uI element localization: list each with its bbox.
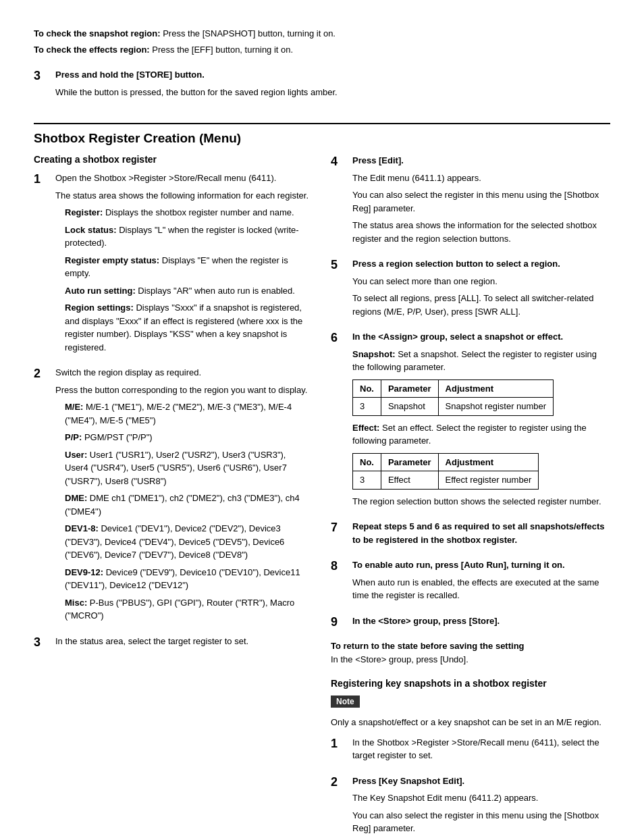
check-snapshot-line: To check the snapshot region: Press the … [34, 27, 610, 41]
subsection2-title: Registering key snapshots in a shotbox r… [331, 678, 610, 689]
table1-header-param: Parameter [381, 379, 438, 398]
table1-row1-adj: Snapshot register number [438, 398, 554, 416]
to-return-text: In the <Store> group, press [Undo]. [331, 653, 610, 666]
step-7-content: Repeat steps 5 and 6 as required to set … [352, 520, 610, 550]
step-4-main: Press [Edit]. [352, 154, 610, 167]
step-4-para3: The status area shows the information fo… [352, 219, 610, 245]
param-table-2: No. Parameter Adjustment 3 Effect Effect… [352, 453, 539, 490]
table2-header-no: No. [353, 453, 381, 471]
step-2-content: Switch the region display as required. P… [55, 366, 311, 627]
step-6: 6 In the <Assign> group, select a snapsh… [331, 330, 610, 512]
step-5-para1: You can select more than one region. [352, 275, 610, 288]
table2-row-1: 3 Effect Effect register number [353, 471, 539, 490]
step-1-items: Register: Displays the shotbox register … [55, 206, 311, 354]
step-8-main: To enable auto run, press [Auto Run], tu… [352, 558, 610, 572]
sub-step-1-content: In the Shotbox >Register >Store/Recall m… [352, 736, 610, 766]
step-3-bottom-num: 3 [34, 635, 49, 652]
step-9: 9 In the <Store> group, press [Store]. [331, 614, 610, 632]
sub-step-2-para2: You can also select the register in this… [352, 809, 610, 835]
note-label: Note [331, 695, 360, 708]
step-3-bottom-main: In the status area, select the target re… [55, 635, 311, 648]
intro-block: To check the snapshot region: Press the … [34, 27, 610, 59]
step-2-item-me: M/E: M/E-1 ("ME1"), M/E-2 ("ME2"), M/E-3… [65, 400, 311, 427]
step-3-top: 3 Press and hold the [STORE] button. Whi… [34, 68, 610, 103]
step-4-para1: The Edit menu (6411.1) appears. [352, 172, 610, 185]
step-2-item-pp: P/P: PGM/PST ("P/P") [65, 431, 311, 444]
step-5-para2: To select all regions, press [ALL]. To s… [352, 292, 610, 318]
sub-step-1: 1 In the Shotbox >Register >Store/Recall… [331, 736, 610, 766]
step-4-para2: You can also select the register in this… [352, 188, 610, 215]
step-6-snapshot-intro: Snapshot: Set a snapshot. Select the reg… [352, 348, 610, 374]
step-1-num: 1 [34, 172, 49, 358]
to-return-block: To return to the state before saving the… [331, 639, 610, 666]
note-box-wrapper: Note [331, 695, 610, 712]
check-snapshot-text: Press the [SNAPSHOT] button, turning it … [163, 28, 336, 38]
main-right: 4 Press [Edit]. The Edit menu (6411.1) a… [331, 154, 610, 840]
step-3-top-content: Press and hold the [STORE] button. While… [55, 68, 610, 103]
table1-row1-param: Snapshot [381, 398, 438, 416]
step-3-bottom-content: In the status area, select the target re… [55, 635, 311, 652]
step-6-content: In the <Assign> group, select a snapshot… [352, 330, 610, 512]
step-8-para1: When auto run is enabled, the effects ar… [352, 576, 610, 602]
sub-step-2-para1: The Key Snapshot Edit menu (6411.2) appe… [352, 791, 610, 805]
step-2-para1: Press the button corresponding to the re… [55, 384, 311, 397]
table2-row1-no: 3 [353, 471, 381, 490]
step-8-num: 8 [331, 558, 346, 606]
sub-step-1-main: In the Shotbox >Register >Store/Recall m… [352, 736, 610, 762]
subsection1-title: Creating a shotbox register [34, 154, 311, 165]
step-2-num: 2 [34, 366, 49, 627]
step-6-effect-text: Set an effect. Select the register to re… [352, 423, 587, 446]
sub-step-2-num: 2 [331, 775, 346, 839]
step-3-top-num: 3 [34, 68, 49, 103]
table2-row1-param: Effect [381, 471, 438, 490]
step-6-effect-label: Effect: [352, 423, 379, 433]
step-1-item-4: Region settings: Displays "Sxxx" if a sn… [65, 301, 311, 354]
step-5: 5 Press a region selection button to sel… [331, 257, 610, 322]
step-4-num: 4 [331, 154, 346, 249]
shotbox-section-title: Shotbox Register Creation (Menu) [34, 131, 610, 146]
step-6-num: 6 [331, 330, 346, 512]
to-return-label: To return to the state before saving the… [331, 639, 610, 653]
step-6-snapshot-label: Snapshot: [352, 349, 396, 359]
step-8: 8 To enable auto run, press [Auto Run], … [331, 558, 610, 606]
check-effects-label: To check the effects region: [34, 45, 150, 55]
note-text: Only a snapshot/effect or a key snapshot… [331, 716, 610, 729]
subsection2-block: Registering key snapshots in a shotbox r… [331, 678, 610, 839]
sub-step-2-content: Press [Key Snapshot Edit]. The Key Snaps… [352, 775, 610, 839]
step-1: 1 Open the Shotbox >Register >Store/Reca… [34, 172, 311, 358]
table1-row1-no: 3 [353, 398, 381, 416]
table1-header-adj: Adjustment [438, 379, 554, 398]
step-2-item-misc: Misc: P-Bus ("PBUS"), GPI ("GPI"), Route… [65, 596, 311, 623]
check-snapshot-label: To check the snapshot region: [34, 28, 161, 38]
step-2-item-dev18: DEV1-8: Device1 ("DEV1"), Device2 ("DEV2… [65, 522, 311, 562]
step-6-main: In the <Assign> group, select a snapshot… [352, 330, 610, 344]
sub-step-2-main: Press [Key Snapshot Edit]. [352, 775, 610, 788]
table1-header-no: No. [353, 379, 381, 398]
step-1-item-0: Register: Displays the shotbox register … [65, 206, 311, 219]
step-3-top-sub: While the button is pressed, the button … [55, 86, 610, 99]
step-7-num: 7 [331, 520, 346, 550]
step-1-item-2: Register empty status: Displays "E" when… [65, 254, 311, 280]
step-2: 2 Switch the region display as required.… [34, 366, 311, 627]
step-9-content: In the <Store> group, press [Store]. [352, 614, 610, 632]
step-1-item-1: Lock status: Displays "L" when the regis… [65, 224, 311, 250]
table2-header-adj: Adjustment [438, 453, 539, 471]
step-2-item-dev912: DEV9-12: Device9 ("DEV9"), Device10 ("DE… [65, 566, 311, 592]
step-3-top-main: Press and hold the [STORE] button. [55, 68, 610, 82]
sub-step-1-num: 1 [331, 736, 346, 766]
step-1-main: Open the Shotbox >Register >Store/Recall… [55, 172, 311, 185]
step-6-effect-intro: Effect: Set an effect. Select the regist… [352, 421, 610, 448]
step-7: 7 Repeat steps 5 and 6 as required to se… [331, 520, 610, 550]
step-5-main: Press a region selection button to selec… [352, 257, 610, 271]
main-left: Creating a shotbox register 1 Open the S… [34, 154, 311, 840]
sub-step-2: 2 Press [Key Snapshot Edit]. The Key Sna… [331, 775, 610, 839]
step-7-main: Repeat steps 5 and 6 as required to set … [352, 520, 610, 546]
check-effects-text: Press the [EFF] button, turning it on. [152, 45, 293, 55]
step-1-item-3: Auto run setting: Displays "AR" when aut… [65, 284, 311, 298]
main-columns: Creating a shotbox register 1 Open the S… [34, 154, 610, 840]
step-2-items: M/E: M/E-1 ("ME1"), M/E-2 ("ME2"), M/E-3… [55, 400, 311, 623]
step-3-bottom: 3 In the status area, select the target … [34, 635, 311, 652]
table1-row-1: 3 Snapshot Snapshot register number [353, 398, 554, 416]
step-8-content: To enable auto run, press [Auto Run], tu… [352, 558, 610, 606]
param-table-1: No. Parameter Adjustment 3 Snapshot Snap… [352, 379, 554, 416]
